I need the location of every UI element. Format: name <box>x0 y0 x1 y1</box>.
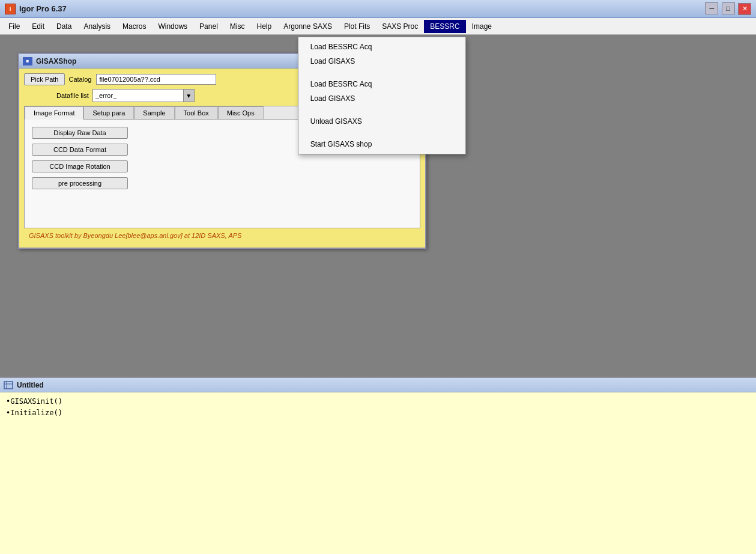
datafile-dropdown-arrow[interactable]: ▼ <box>183 90 194 102</box>
app-title: Igor Pro 6.37 <box>19 4 704 13</box>
catalog-input[interactable] <box>96 74 216 85</box>
menu-file[interactable]: File <box>2 18 26 34</box>
bottom-titlebar: Untitled <box>0 378 756 392</box>
bottom-content: •GISAXSinit() •Initialize() <box>0 392 756 554</box>
tab-sample[interactable]: Sample <box>134 106 174 119</box>
bottom-title-text: Untitled <box>17 381 44 389</box>
datafile-label: Datafile list <box>56 92 89 99</box>
menu-analysis[interactable]: Analysis <box>77 18 116 34</box>
tab-misc-ops[interactable]: Misc Ops <box>218 106 264 119</box>
close-button[interactable]: ✕ <box>738 3 751 15</box>
tab-image-format[interactable]: Image Format <box>25 106 83 120</box>
menu-bar: File Edit Data Analysis Macros Windows P… <box>0 18 756 35</box>
ccd-data-format-button[interactable]: CCD Data Format <box>32 144 128 156</box>
pick-path-button[interactable]: Pick Path <box>24 73 65 85</box>
menu-saxs-proc[interactable]: SAXS Proc <box>376 18 424 34</box>
dropdown-section-2: Load BESSRC Acq Load GISAXS <box>298 75 465 108</box>
menu-argonne-saxs[interactable]: Argonne SAXS <box>277 18 338 34</box>
tab-tool-box[interactable]: Tool Box <box>175 106 218 119</box>
menu-edit[interactable]: Edit <box>26 18 50 34</box>
datafile-select-wrap: ▼ <box>92 89 195 102</box>
gisaxshop-footer: GISAXS toolkit by Byeongdu Lee[blee@aps.… <box>24 228 420 243</box>
dropdown-load-gisaxs-1[interactable]: Load GISAXS <box>298 54 465 68</box>
svg-rect-0 <box>4 382 13 389</box>
dropdown-unload-gisaxs[interactable]: Unload GISAXS <box>298 114 465 129</box>
bessrc-dropdown: Load BESSRC Acq Load GISAXS Load BESSRC … <box>298 37 466 154</box>
code-line-1: •GISAXSinit() <box>6 396 750 407</box>
tab-setup-para[interactable]: Setup para <box>83 106 134 119</box>
datafile-input[interactable] <box>93 91 183 100</box>
menu-image[interactable]: Image <box>466 18 498 34</box>
title-bar: I Igor Pro 6.37 ─ □ ✕ <box>0 0 756 18</box>
window-controls: ─ □ ✕ <box>704 2 751 15</box>
dropdown-load-bessrc-acq-1[interactable]: Load BESSRC Acq <box>298 40 465 54</box>
menu-misc[interactable]: Misc <box>224 18 251 34</box>
minimize-button[interactable]: ─ <box>705 2 718 14</box>
menu-help[interactable]: Help <box>250 18 277 34</box>
app-icon: I <box>5 4 16 14</box>
bottom-panel: Untitled •GISAXSinit() •Initialize() <box>0 377 756 554</box>
menu-panel[interactable]: Panel <box>193 18 224 34</box>
dropdown-section-1: Load BESSRC Acq Load GISAXS <box>298 37 465 71</box>
code-line-2: •Initialize() <box>6 407 750 419</box>
display-raw-data-button[interactable]: Display Raw Data <box>32 127 128 139</box>
bottom-title-icon <box>4 381 13 389</box>
dropdown-section-3: Unload GISAXS <box>298 112 465 131</box>
menu-bessrc[interactable]: BESSRC <box>424 20 465 33</box>
pre-processing-button[interactable]: pre processing <box>32 177 128 189</box>
menu-windows[interactable]: Windows <box>152 18 193 34</box>
ccd-image-rotation-button[interactable]: CCD Image Rotation <box>32 160 128 172</box>
dropdown-load-gisaxs-2[interactable]: Load GISAXS <box>298 91 465 106</box>
menu-plot-fits[interactable]: Plot Fits <box>338 18 376 34</box>
menu-data[interactable]: Data <box>50 18 77 34</box>
dropdown-start-gisaxs-shop[interactable]: Start GISAXS shop <box>298 137 465 151</box>
gisaxshop-icon: ■ <box>23 57 32 65</box>
menu-bessrc-container: BESSRC Load BESSRC Acq Load GISAXS Load … <box>424 20 465 33</box>
menu-macros[interactable]: Macros <box>116 18 152 34</box>
catalog-label: Catalog <box>68 76 91 83</box>
maximize-button[interactable]: □ <box>722 2 735 14</box>
dropdown-load-bessrc-acq-2[interactable]: Load BESSRC Acq <box>298 77 465 91</box>
dropdown-section-4: Start GISAXS shop <box>298 135 465 154</box>
